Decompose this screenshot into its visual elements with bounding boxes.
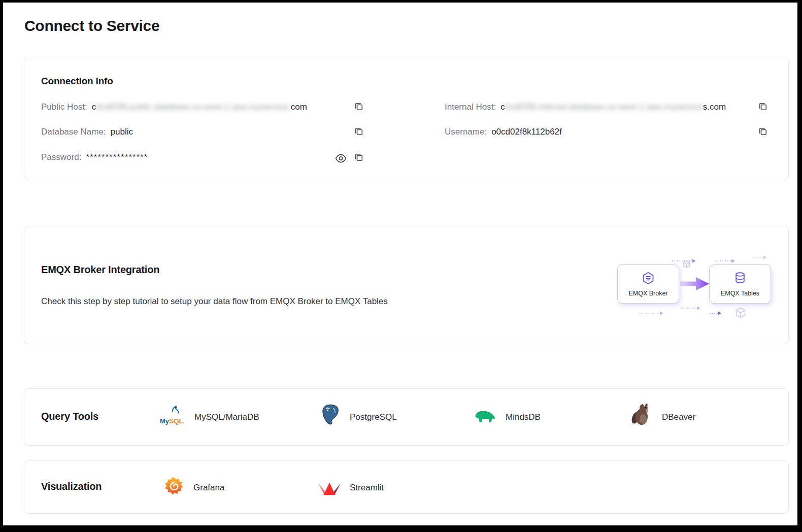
database-name-field: Database Name:public: [41, 126, 133, 138]
query-tools-heading: Query Tools: [41, 411, 98, 422]
public-host-label: Public Host:: [41, 102, 87, 112]
tool-item-mindsdb[interactable]: [470, 402, 566, 432]
dashed-arrow-icon: [753, 255, 767, 260]
cube-icon: [682, 260, 691, 269]
username-value: o0cd02f8k112b62f: [491, 127, 562, 137]
copy-username-button[interactable]: [757, 126, 768, 137]
public-host-blurred: 0cd02f8.public.database.us-west-1.aws.my…: [96, 102, 291, 112]
copy-internal-host-button[interactable]: [757, 101, 768, 112]
password-value: ****************: [86, 152, 148, 162]
password-label: Password:: [41, 152, 81, 162]
emqx-broker-node: EMQX Broker: [617, 264, 679, 304]
page-title: Connect to Service: [24, 17, 159, 35]
internal-host-blurred: 0cd02f8.internal.database.us-west-1.aws.…: [505, 102, 703, 112]
tool-item-grafana[interactable]: [161, 474, 258, 503]
username-field: Username:o0cd02f8k112b62f: [445, 126, 562, 138]
internal-host-value: c0cd02f8.internal.database.us-west-1.aws…: [500, 102, 726, 112]
public-host-value: c0cd02f8.public.database.us-west-1.aws.m…: [92, 102, 307, 112]
emqx-integration-heading: EMQX Broker Integration: [41, 264, 159, 276]
emqx-tables-node-label: EMQX Tables: [721, 290, 759, 297]
emqx-integration-card[interactable]: EMQX Broker Integration Check this step …: [24, 226, 789, 344]
tool-item-mysql[interactable]: [156, 402, 293, 432]
username-label: Username:: [445, 127, 487, 137]
connection-info-heading: Connection Info: [41, 76, 113, 87]
connect-to-service-page: Connect to Service Connection Info Publi…: [0, 0, 802, 532]
copy-icon: [758, 106, 768, 113]
tool-item-postgresql[interactable]: [318, 402, 429, 432]
eye-icon: [335, 157, 347, 164]
internal-host-label: Internal Host:: [445, 102, 496, 112]
copy-password-button[interactable]: [353, 152, 364, 163]
database-name-value: public: [111, 127, 133, 137]
connection-info-card: Connection Info Public Host:c0cd02f8.pub…: [24, 57, 789, 180]
emqx-broker-icon: [641, 271, 655, 287]
emqx-integration-description: Check this step by step tutorial to setu…: [41, 295, 388, 308]
copy-public-host-button[interactable]: [353, 101, 364, 112]
visualization-card: Visualization Grafana: [24, 460, 789, 514]
password-field: Password:****************: [41, 151, 148, 163]
dashed-arrow-icon: [715, 258, 736, 263]
tool-item-dbeaver[interactable]: [627, 402, 724, 432]
copy-icon: [354, 156, 364, 164]
visualization-heading: Visualization: [41, 481, 102, 492]
reveal-password-button[interactable]: [335, 153, 346, 164]
tool-item-streamlit[interactable]: [315, 474, 416, 503]
dashed-arrow-icon: [680, 306, 701, 311]
database-icon: [733, 271, 747, 287]
dashed-arrow-icon: [710, 311, 722, 316]
copy-icon: [354, 130, 364, 138]
database-name-label: Database Name:: [41, 127, 106, 137]
emqx-tables-node: EMQX Tables: [709, 264, 771, 304]
query-tools-card: Query Tools My SQL. MySQL/MariaDB Postgr…: [24, 388, 789, 446]
internal-host-field: Internal Host:c0cd02f8.internal.database…: [445, 101, 726, 113]
copy-icon: [354, 106, 364, 113]
dashed-arrow-icon: [639, 311, 664, 316]
public-host-field: Public Host:c0cd02f8.public.database.us-…: [41, 101, 307, 113]
flow-arrow-icon: [680, 275, 710, 292]
cube-icon: [734, 307, 747, 319]
copy-icon: [758, 130, 768, 138]
emqx-broker-node-label: EMQX Broker: [628, 290, 667, 297]
copy-database-name-button[interactable]: [353, 126, 364, 137]
